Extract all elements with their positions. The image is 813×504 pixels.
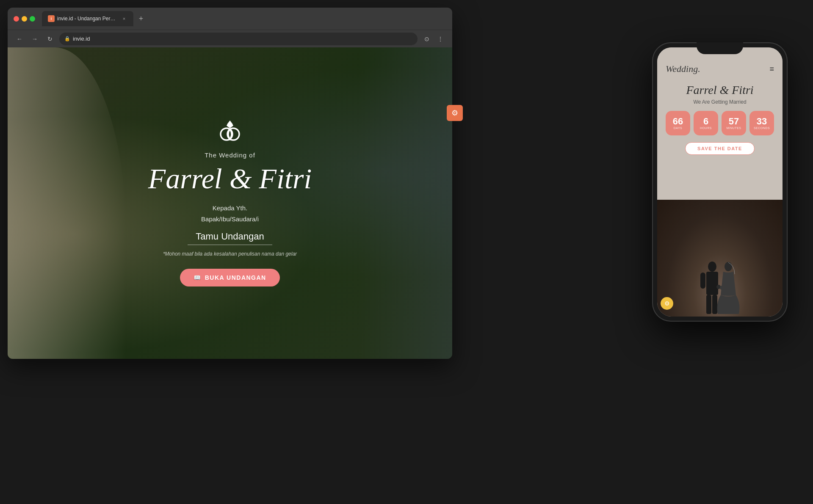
website-content: The Wedding of Farrel & Fitri Kepada Yth… [8, 47, 452, 359]
countdown-minutes: 57 MINUTES [722, 111, 746, 135]
tab-title: invie.id - Undangan Pern... [57, 16, 116, 22]
countdown-seconds-value: 33 [757, 117, 767, 126]
settings-cog-overlay[interactable]: ⚙ [447, 105, 463, 121]
wedding-center-content: The Wedding of Farrel & Fitri Kepada Yth… [148, 120, 312, 287]
address-text: invie.id [73, 36, 90, 42]
browser-titlebar: i invie.id - Undangan Pern... × + [8, 8, 452, 30]
phone-screen: Wedding. ≡ Farrel & Fitri We Are Getting… [657, 47, 783, 317]
settings-cog-icon: ⚙ [451, 108, 458, 118]
browser-toolbar: ← → ↻ 🔒 invie.id ⊙ ⋮ [8, 30, 452, 47]
countdown-hours-value: 6 [703, 117, 708, 126]
countdown-hours-label: HOURS [700, 127, 712, 129]
phone-content: Wedding. ≡ Farrel & Fitri We Are Getting… [657, 47, 783, 317]
guest-name-field: Tamu Undangan [188, 231, 272, 245]
svg-point-12 [720, 286, 724, 290]
phone-logo: Wedding. [666, 63, 700, 74]
svg-point-4 [708, 262, 716, 272]
browser-menu-button[interactable]: ⋮ [434, 33, 446, 45]
svg-rect-8 [706, 295, 711, 314]
browser-tab[interactable]: i invie.id - Undangan Pern... × [42, 11, 133, 26]
svg-rect-9 [712, 295, 717, 314]
traffic-light-red[interactable] [14, 16, 19, 22]
save-date-button[interactable]: SAVE THE DATE [685, 142, 755, 155]
countdown-days-value: 66 [673, 117, 683, 126]
countdown-hours: 6 HOURS [694, 111, 718, 135]
kepada-yth-text: Kepada Yth. Bapak/Ibu/Saudara/i [201, 203, 259, 224]
phone-wedding-names: Farrel & Fitri [686, 83, 753, 97]
new-tab-button[interactable]: + [135, 13, 147, 25]
countdown-minutes-value: 57 [729, 117, 739, 126]
countdown-row: 66 DAYS 6 HOURS 57 MINUTES 33 SECONDS [666, 111, 774, 135]
name-note: *Mohon maaf bila ada kesalahan penulisan… [163, 251, 297, 257]
back-button[interactable]: ← [14, 33, 25, 45]
right-hand-decoration [359, 47, 452, 359]
buka-undangan-button[interactable]: 📖 BUKA UNDANGAN [180, 269, 279, 286]
browser-tab-area: i invie.id - Undangan Pern... × + [42, 11, 446, 26]
tab-favicon: i [48, 15, 55, 22]
svg-rect-6 [700, 273, 705, 289]
address-bar[interactable]: 🔒 invie.id [59, 33, 418, 45]
countdown-seconds: 33 SECONDS [749, 111, 774, 135]
traffic-light-green[interactable] [30, 16, 35, 22]
wedding-subtitle: The Wedding of [205, 151, 255, 159]
account-icon[interactable]: ⊙ [421, 33, 433, 45]
traffic-light-yellow[interactable] [22, 16, 27, 22]
tab-close-button[interactable]: × [121, 15, 127, 22]
countdown-days-label: DAYS [674, 127, 683, 129]
lock-icon: 🔒 [64, 36, 70, 41]
hamburger-menu-icon[interactable]: ≡ [769, 65, 774, 74]
svg-point-10 [725, 262, 732, 271]
emoji-icon: ⚙ [664, 300, 670, 307]
traffic-lights [14, 16, 35, 22]
phone-getting-married: We Are Getting Married [693, 99, 746, 105]
countdown-days: 66 DAYS [666, 111, 690, 135]
toolbar-actions: ⊙ ⋮ [421, 33, 446, 45]
phone-photo-area [657, 200, 783, 317]
countdown-seconds-label: SECONDS [754, 127, 770, 129]
phone-emoji-button[interactable]: ⚙ [661, 297, 673, 310]
book-icon: 📖 [194, 274, 202, 281]
phone-mockup: Wedding. ≡ Farrel & Fitri We Are Getting… [652, 42, 788, 322]
wedding-names: Farrel & Fitri [148, 163, 312, 195]
phone-body: Farrel & Fitri We Are Getting Married 66… [657, 80, 783, 200]
forward-button[interactable]: → [29, 33, 41, 45]
wedding-background: The Wedding of Farrel & Fitri Kepada Yth… [8, 47, 452, 359]
couple-silhouette [694, 257, 745, 317]
buka-undangan-label: BUKA UNDANGAN [205, 274, 266, 281]
countdown-minutes-label: MINUTES [727, 127, 741, 129]
phone-notch [697, 42, 743, 54]
browser-window: i invie.id - Undangan Pern... × + ← → ↻ … [8, 8, 452, 359]
reload-button[interactable]: ↻ [44, 33, 56, 45]
rings-icon [217, 120, 243, 146]
